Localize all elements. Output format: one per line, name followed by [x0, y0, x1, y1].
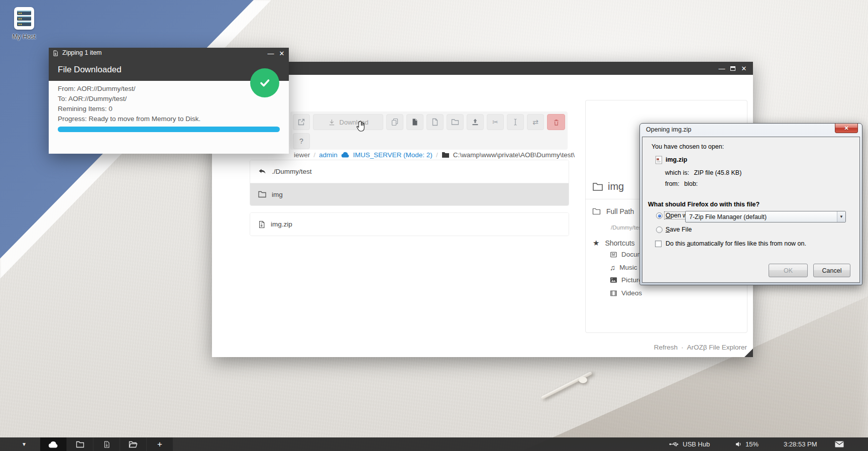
speaker-icon	[735, 441, 742, 447]
taskbar: ▼	[0, 437, 868, 451]
file-row-img-zip[interactable]: img.zip	[250, 213, 569, 236]
cancel-button[interactable]: Cancel	[813, 264, 850, 277]
which-is-label: which is:	[665, 169, 689, 176]
breadcrumb-server[interactable]: IMUS_SERVER (Mode: 2)	[353, 151, 432, 159]
folder-icon	[76, 441, 84, 448]
my-host-desktop-icon[interactable]	[14, 7, 34, 30]
zip-to-line: To: AOR://Dummy/test/	[58, 95, 127, 102]
dialog-question: What should Firefox do with this file?	[648, 201, 759, 208]
sidebar-selected-item: img	[592, 181, 624, 192]
dialog-close-button[interactable]: ✕	[835, 124, 858, 133]
shortcut-music[interactable]: ♫ Music	[610, 263, 637, 272]
clock-tray-item[interactable]: 3:28:53 PM	[784, 437, 817, 451]
zip-file-icon	[103, 440, 110, 448]
scissors-icon: ✂	[492, 118, 498, 126]
open-with-radio[interactable]	[656, 212, 663, 219]
envelope-icon	[835, 441, 844, 447]
documents-icon	[610, 251, 617, 258]
which-is-value: ZIP file (45.8 KB)	[694, 169, 741, 176]
my-host-label: My Host	[1, 33, 47, 40]
open-external-button[interactable]	[293, 114, 310, 130]
resize-handle[interactable]	[744, 349, 753, 357]
breadcrumb-user[interactable]: admin	[319, 151, 338, 159]
explorer-titlebar[interactable]: — ✕	[212, 62, 753, 75]
trash-icon	[553, 119, 560, 126]
explorer-close-button[interactable]: ✕	[739, 62, 749, 75]
back-arrow-icon	[258, 168, 266, 175]
explorer-minimize-button[interactable]: —	[717, 62, 727, 75]
do-automatically-label[interactable]: Do this automatically for files like thi…	[666, 240, 806, 247]
save-file-radio[interactable]	[656, 227, 663, 233]
parent-directory-label: ./Dummy/test	[272, 168, 312, 175]
usb-icon	[669, 441, 679, 447]
dialog-intro: You have chosen to open:	[652, 143, 724, 150]
server-icon	[17, 10, 32, 28]
success-check-badge	[250, 68, 279, 97]
zip-remaining-line: Remining Items: 0	[58, 105, 113, 112]
refresh-link[interactable]: Refresh	[654, 344, 678, 351]
taskbar-zip-app[interactable]	[93, 437, 120, 451]
taskbar-folder-app[interactable]	[67, 437, 93, 451]
picture-icon	[610, 277, 617, 283]
auto-text-pre: Do this	[666, 240, 687, 247]
firefox-open-dialog: Opening img.zip ✕ You have chosen to ope…	[639, 123, 862, 285]
copy-icon	[391, 118, 399, 126]
shortcuts-label: Shortcuts	[605, 239, 634, 247]
dialog-title: Opening img.zip	[646, 126, 691, 133]
taskbar-expand-button[interactable]: ▼	[17, 437, 31, 451]
shortcut-label: Music	[619, 264, 637, 271]
shortcut-videos[interactable]: Videos	[610, 289, 642, 297]
rename-button[interactable]	[507, 114, 524, 130]
zip-minimize-button[interactable]: —	[266, 48, 276, 59]
taskbar-cloud-app[interactable]	[40, 437, 67, 451]
file-icon	[431, 118, 439, 126]
folder-icon	[451, 118, 459, 126]
copy-button[interactable]	[386, 114, 403, 130]
folder-icon	[442, 152, 450, 158]
help-button[interactable]: ?	[293, 133, 310, 149]
zip-close-button[interactable]: ✕	[277, 48, 287, 59]
explorer-maximize-button[interactable]	[728, 62, 738, 75]
taskbar-add-app-button[interactable]: +	[147, 437, 173, 451]
selected-app: 7-Zip File Manager (default)	[686, 213, 837, 220]
full-path-label: Full Path	[606, 207, 634, 215]
cut-button[interactable]: ✂	[487, 114, 504, 130]
wall-blob	[579, 377, 587, 383]
full-path-row: Full Path	[592, 207, 634, 215]
footer-separator: ·	[681, 344, 684, 351]
ok-button[interactable]: OK	[769, 264, 808, 277]
paste-button[interactable]	[406, 114, 423, 130]
cloud-icon	[48, 441, 58, 448]
do-automatically-checkbox[interactable]	[655, 241, 662, 247]
breadcrumb-path[interactable]: C:\wamp\www\private\AOB\Dummy\test\	[453, 151, 575, 159]
upload-button[interactable]	[467, 114, 484, 130]
from-label: from:	[665, 180, 679, 187]
taskbar-apps: +	[40, 437, 173, 451]
new-file-button[interactable]	[426, 114, 444, 130]
download-button[interactable]: Download	[313, 114, 383, 130]
cloud-icon	[341, 152, 350, 158]
move-button[interactable]: ⇄	[527, 114, 544, 130]
zip-titlebar[interactable]: Zipping 1 item — ✕	[49, 48, 289, 59]
messages-tray-item[interactable]	[835, 437, 844, 451]
new-folder-button[interactable]	[447, 114, 464, 130]
delete-button[interactable]	[547, 114, 565, 130]
desktop: My Host — ✕ iewer / admin IMUS_SERVER (M…	[0, 0, 868, 451]
save-file-text: ave File	[670, 226, 692, 233]
shortcuts-header: ★ Shortcuts	[593, 239, 635, 248]
zip-window-title: Zipping 1 item	[62, 49, 102, 56]
sidebar-item-name: img	[608, 181, 624, 192]
usb-tray-item[interactable]: USB Hub	[669, 437, 710, 451]
volume-tray-item[interactable]: 15%	[735, 437, 758, 451]
save-file-label[interactable]: Save File	[666, 226, 692, 233]
folder-icon	[592, 208, 601, 215]
breadcrumb-viewer[interactable]: iewer	[294, 151, 310, 159]
folder-row-label: img	[272, 191, 283, 198]
parent-directory-row[interactable]: ./Dummy/test	[250, 160, 569, 183]
open-with-select[interactable]: 7-Zip File Manager (default) ▼	[685, 211, 846, 222]
folder-icon	[592, 182, 603, 191]
taskbar-file-manager-app[interactable]	[120, 437, 147, 451]
file-row-label: img.zip	[271, 220, 292, 228]
paste-icon	[411, 118, 419, 126]
folder-row-img[interactable]: img	[250, 183, 569, 205]
